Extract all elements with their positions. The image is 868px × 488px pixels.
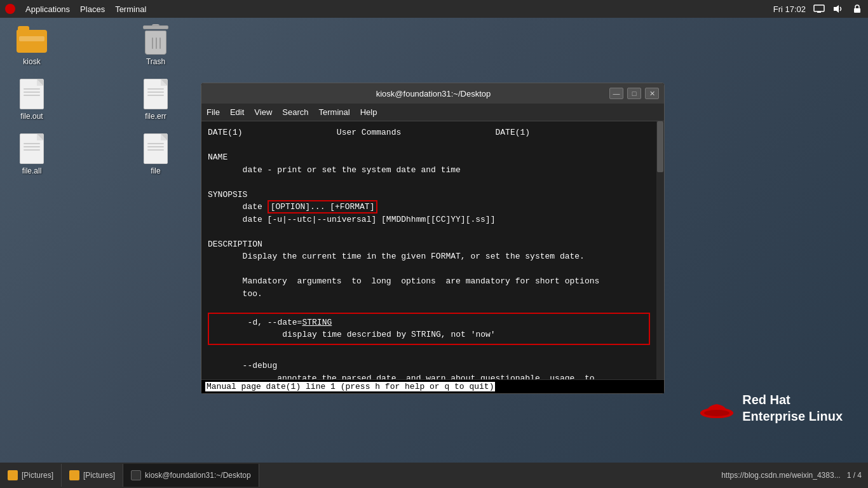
file-label: file	[151, 166, 160, 175]
taskbar-item-pictures2[interactable]: [Pictures]	[62, 464, 123, 487]
desktop-icon-trash[interactable]: Trash	[130, 24, 181, 66]
trash-label: Trash	[146, 57, 165, 66]
terminal-content: DATE(1) User Commands DATE(1) NAME date …	[201, 121, 664, 379]
desktop-icon-file-all[interactable]: file.all	[6, 133, 57, 175]
redhat-hat-icon	[700, 394, 735, 423]
status-highlight: Manual page date(1) line 1 (press h for …	[205, 382, 495, 391]
desktop-icon-file[interactable]: file	[130, 133, 181, 175]
display-icon	[813, 4, 825, 13]
terminal-window: kiosk@foundation31:~/Desktop — □ ✕ File …	[201, 83, 665, 394]
redhat-text-line1: Red Hat	[742, 391, 843, 408]
taskbar-url: https://blog.csdn.me/weixin_4383...	[721, 471, 840, 480]
terminal-status-bar: Manual page date(1) line 1 (press h for …	[201, 379, 664, 393]
top-bar-right: Fri 17:02	[773, 4, 863, 14]
taskbar-label-1: [Pictures]	[22, 471, 53, 480]
taskbar-label-3: kiosk@foundation31:~/Desktop	[145, 471, 251, 480]
svg-rect-3	[854, 8, 860, 13]
menu-terminal[interactable]: Terminal	[115, 4, 146, 14]
desktop-icon-kiosk[interactable]: kiosk	[6, 24, 57, 66]
file-out-label: file.out	[20, 112, 43, 121]
redhat-icon	[5, 4, 15, 14]
top-menu-bar: Applications Places Terminal Fri 17:02	[0, 0, 868, 18]
svg-marker-2	[834, 5, 839, 13]
file-err-label: file.err	[145, 112, 166, 121]
desktop-icon-file-err[interactable]: file.err	[130, 79, 181, 121]
menu-file[interactable]: File	[207, 107, 220, 117]
terminal-titlebar: kiosk@foundation31:~/Desktop — □ ✕	[201, 83, 664, 104]
menu-applications[interactable]: Applications	[25, 4, 70, 14]
menu-search[interactable]: Search	[282, 107, 308, 117]
terminal-controls: — □ ✕	[609, 88, 659, 99]
desktop: kiosk	[0, 18, 868, 463]
close-button[interactable]: ✕	[645, 88, 659, 99]
lock-icon	[851, 4, 863, 13]
svg-rect-0	[814, 5, 824, 11]
terminal-body[interactable]: DATE(1) User Commands DATE(1) NAME date …	[201, 121, 656, 379]
redhat-logo: Red Hat Enterprise Linux	[700, 391, 843, 424]
kiosk-label: kiosk	[23, 57, 40, 66]
terminal-line-synopsis2: date [-u|--utc|--universal] [MMDDhhmm[[C…	[208, 215, 599, 299]
taskbar: [Pictures] [Pictures] kiosk@foundation31…	[0, 463, 868, 488]
datetime-display: Fri 17:02	[773, 4, 806, 14]
terminal-line-header: DATE(1) User Commands DATE(1) NAME date …	[208, 128, 530, 212]
menu-view[interactable]: View	[254, 107, 272, 117]
status-text: Manual page date(1) line 1 (press h for …	[205, 382, 495, 391]
synopsis-highlight-1: [OPTION]... [+FORMAT]	[268, 200, 378, 214]
maximize-button[interactable]: □	[627, 88, 641, 99]
file-all-label: file.all	[22, 166, 42, 175]
taskbar-folder-icon-2	[69, 470, 79, 480]
menu-edit[interactable]: Edit	[230, 107, 244, 117]
terminal-menubar: File Edit View Search Terminal Help	[201, 104, 664, 121]
terminal-title: kiosk@foundation31:~/Desktop	[257, 89, 609, 98]
taskbar-label-2: [Pictures]	[83, 471, 115, 480]
desktop-icon-file-out[interactable]: file.out	[6, 79, 57, 121]
menu-terminal[interactable]: Terminal	[319, 107, 350, 117]
terminal-line-debug: --debug annotate the parsed date, and wa…	[208, 361, 595, 379]
svg-point-6	[704, 410, 729, 416]
minimize-button[interactable]: —	[609, 88, 623, 99]
taskbar-right: https://blog.csdn.me/weixin_4383... 1 / …	[715, 471, 868, 480]
scrollbar-thumb	[657, 121, 663, 172]
menu-help[interactable]: Help	[360, 107, 377, 117]
svg-rect-1	[817, 11, 821, 13]
menu-places[interactable]: Places	[80, 4, 105, 14]
taskbar-item-terminal[interactable]: kiosk@foundation31:~/Desktop	[123, 464, 259, 487]
synopsis-highlight-2: -d, --date=STRING display time described…	[208, 313, 650, 345]
taskbar-folder-icon-1	[8, 470, 18, 480]
top-bar-left: Applications Places Terminal	[5, 4, 146, 14]
taskbar-page: 1 / 4	[847, 471, 862, 480]
taskbar-terminal-icon	[131, 470, 141, 480]
terminal-scrollbar[interactable]	[656, 121, 664, 379]
volume-icon	[832, 4, 844, 13]
redhat-text-line2: Enterprise Linux	[742, 408, 843, 424]
taskbar-item-pictures1[interactable]: [Pictures]	[0, 464, 62, 487]
